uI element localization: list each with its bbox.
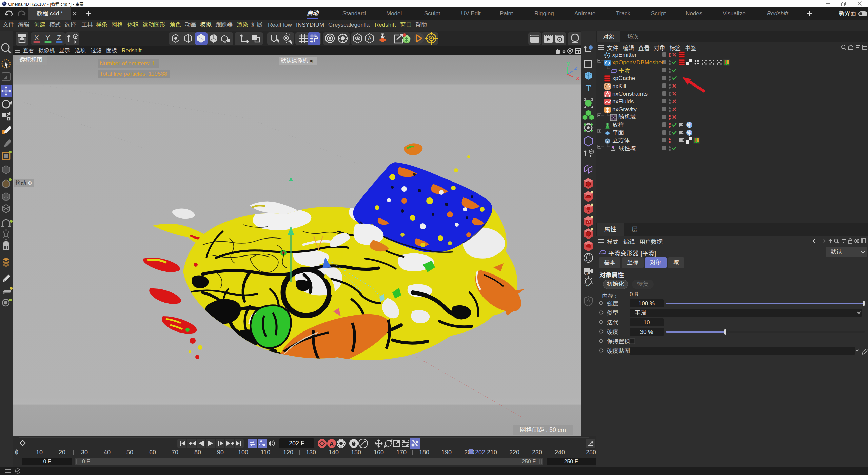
svg-text:230: 230 — [532, 449, 542, 456]
svg-text:ST: ST — [586, 284, 589, 287]
svg-text:硬度: 硬度 — [607, 329, 618, 335]
svg-text:30 %: 30 % — [640, 329, 653, 335]
svg-text:Z: Z — [574, 65, 578, 71]
svg-text:类型: 类型 — [607, 310, 618, 316]
svg-text:A: A — [368, 35, 372, 42]
svg-text:180: 180 — [419, 449, 429, 456]
svg-text:放样: 放样 — [612, 122, 624, 128]
svg-text:10: 10 — [644, 319, 650, 326]
svg-text:0 F: 0 F — [43, 459, 51, 464]
svg-text:60: 60 — [149, 449, 156, 456]
svg-text:Y: Y — [45, 34, 50, 41]
svg-text:xpOpenVDBMesher: xpOpenVDBMesher — [612, 59, 664, 66]
svg-text:190: 190 — [441, 449, 452, 456]
svg-text:40: 40 — [104, 449, 111, 456]
svg-text:平滑: 平滑 — [635, 310, 646, 316]
svg-text:80: 80 — [194, 449, 201, 456]
svg-text:250: 250 — [586, 449, 596, 456]
svg-text:202: 202 — [475, 449, 485, 456]
svg-text:xpCache: xpCache — [612, 75, 635, 81]
svg-text:Z: Z — [57, 34, 61, 41]
svg-text:220: 220 — [509, 449, 519, 456]
svg-text:130: 130 — [306, 449, 316, 456]
svg-text:nxKill: nxKill — [612, 83, 626, 89]
svg-text:90: 90 — [217, 449, 224, 456]
svg-text:强度: 强度 — [607, 300, 618, 307]
svg-text:ST: ST — [585, 272, 588, 276]
svg-text:线性域: 线性域 — [618, 145, 636, 152]
svg-text:ST: ST — [585, 259, 589, 262]
svg-text:A: A — [330, 441, 334, 447]
svg-text:170: 170 — [396, 449, 407, 456]
svg-text:nxConstraints: nxConstraints — [612, 91, 648, 97]
svg-text:xpEmitter: xpEmitter — [612, 52, 637, 58]
svg-text:70: 70 — [172, 449, 178, 456]
svg-text:nxGravity: nxGravity — [612, 106, 637, 113]
svg-text:120: 120 — [283, 449, 293, 456]
svg-text:250 F: 250 F — [564, 459, 578, 464]
svg-text:202 F: 202 F — [289, 440, 304, 447]
svg-text:A: A — [260, 439, 262, 443]
svg-text:T: T — [586, 83, 591, 93]
svg-text:Y: Y — [567, 61, 570, 67]
svg-text:硬度贴图: 硬度贴图 — [607, 348, 630, 354]
svg-text:210: 210 — [487, 449, 497, 456]
svg-text:立方体: 立方体 — [612, 137, 630, 144]
svg-text:10: 10 — [36, 449, 43, 456]
svg-text:100 %: 100 % — [638, 300, 655, 307]
svg-text:30: 30 — [81, 449, 88, 456]
svg-text:保持置换: 保持置换 — [607, 338, 630, 345]
svg-text:240: 240 — [555, 449, 565, 456]
svg-text:160: 160 — [374, 449, 384, 456]
svg-text:nxFluids: nxFluids — [612, 98, 634, 105]
svg-text:随机域: 随机域 — [618, 114, 636, 120]
svg-text:140: 140 — [329, 449, 339, 456]
svg-text:20: 20 — [59, 449, 65, 456]
svg-text:110: 110 — [261, 449, 271, 456]
svg-text:X: X — [576, 75, 579, 81]
svg-text:平滑: 平滑 — [618, 67, 630, 74]
svg-text:0 F: 0 F — [82, 459, 90, 464]
svg-text:250 F: 250 F — [522, 459, 536, 464]
svg-text:迭代: 迭代 — [607, 319, 618, 326]
svg-text:X: X — [34, 34, 39, 41]
svg-text:平面: 平面 — [612, 130, 624, 136]
